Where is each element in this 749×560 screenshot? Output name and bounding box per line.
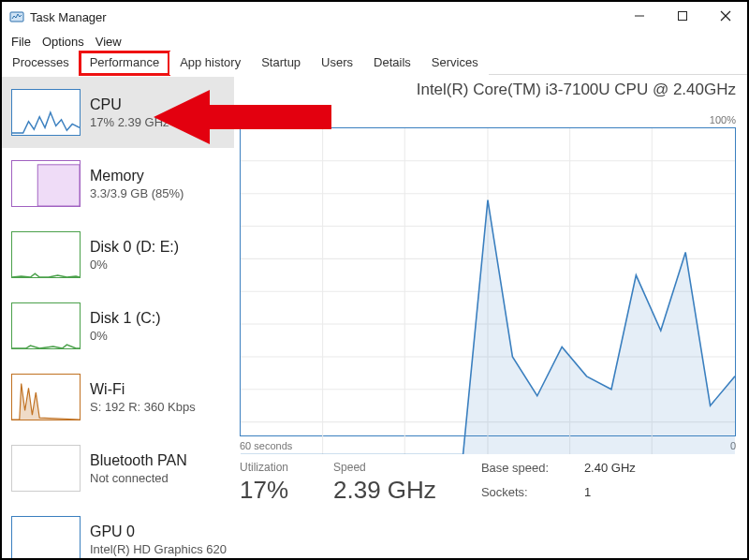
stat-sockets-value: 1: [584, 485, 668, 506]
menu-file[interactable]: File: [6, 34, 37, 50]
memory-thumb: [11, 160, 81, 207]
tab-startup[interactable]: Startup: [251, 52, 311, 75]
menu-view[interactable]: View: [90, 34, 127, 50]
stat-sockets-label: Sockets:: [481, 485, 584, 506]
disk-thumb: [11, 231, 81, 278]
sidebar-item-bluetooth[interactable]: Bluetooth PAN Not connected: [2, 433, 234, 504]
sidebar-item-label: Disk 0 (D: E:): [90, 239, 179, 256]
task-manager-icon: [9, 9, 24, 24]
gpu-thumb: [11, 516, 81, 558]
stat-utilization-value: 17%: [240, 476, 288, 505]
sidebar-item-label: GPU 0: [90, 523, 227, 540]
sidebar-item-gpu0[interactable]: GPU 0 Intel(R) HD Graphics 620: [2, 504, 234, 558]
sidebar-item-sub: Not connected: [90, 471, 187, 485]
svg-rect-5: [37, 165, 80, 206]
window-title: Task Manager: [30, 10, 107, 24]
sidebar-item-sub: 3.3/3.9 GB (85%): [90, 186, 184, 200]
cpu-thumb: [11, 89, 81, 136]
tab-processes[interactable]: Processes: [2, 52, 80, 75]
sidebar-item-cpu[interactable]: CPU 17% 2.39 GHz: [2, 77, 234, 148]
sidebar-item-sub: 17% 2.39 GHz: [90, 115, 169, 129]
sidebar-item-memory[interactable]: Memory 3.3/3.9 GB (85%): [2, 148, 234, 219]
tab-performance[interactable]: Performance: [80, 52, 169, 75]
cpu-model-name: Intel(R) Core(TM) i3-7100U CPU @ 2.40GHz: [417, 81, 736, 99]
menu-bar: File Options View: [2, 32, 747, 51]
close-button[interactable]: [704, 2, 747, 30]
stat-speed-label: Speed: [333, 461, 436, 474]
tab-details[interactable]: Details: [363, 52, 421, 75]
bluetooth-thumb: [11, 445, 81, 492]
sidebar-item-label: Memory: [90, 168, 184, 184]
cpu-usage-graph: [240, 127, 736, 436]
svg-rect-2: [679, 12, 687, 21]
minimize-button[interactable]: [618, 2, 661, 30]
sidebar-item-sub: 0%: [90, 258, 179, 272]
sidebar-item-sub: 0%: [90, 329, 161, 343]
sidebar-item-label: Disk 1 (C:): [90, 310, 161, 327]
stat-speed-value: 2.39 GHz: [333, 476, 436, 505]
tab-users[interactable]: Users: [311, 52, 363, 75]
titlebar[interactable]: Task Manager: [2, 2, 747, 32]
sidebar-item-sub: Intel(R) HD Graphics 620: [90, 542, 227, 556]
stat-basespeed-label: Base speed:: [481, 461, 584, 481]
stat-basespeed-value: 2.40 GHz: [584, 461, 668, 481]
sidebar-item-disk1[interactable]: Disk 1 (C:) 0%: [2, 290, 234, 361]
sidebar-item-wifi[interactable]: Wi-Fi S: 192 R: 360 Kbps: [2, 361, 234, 433]
sidebar-item-label: Wi-Fi: [90, 381, 196, 398]
task-manager-window: Task Manager File Options View Processes…: [0, 0, 749, 560]
tab-app-history[interactable]: App history: [169, 52, 251, 75]
sidebar-item-label: CPU: [90, 96, 169, 113]
tab-strip: Processes Performance App history Startu…: [2, 51, 747, 75]
tab-services[interactable]: Services: [421, 52, 489, 75]
disk-thumb: [11, 302, 81, 349]
sidebar-item-sub: S: 192 R: 360 Kbps: [90, 400, 196, 414]
sidebar-item-label: Bluetooth PAN: [90, 452, 187, 469]
sidebar-item-disk0[interactable]: Disk 0 (D: E:) 0%: [2, 219, 234, 290]
performance-main: Intel(R) Core(TM) i3-7100U CPU @ 2.40GHz…: [234, 77, 747, 558]
maximize-button[interactable]: [661, 2, 704, 30]
graph-ylabel-right: 100%: [710, 114, 736, 125]
graph-ylabel-left: % Utilization: [240, 114, 297, 125]
performance-sidebar: CPU 17% 2.39 GHz Memory 3.3/3.9 GB (85%): [2, 77, 234, 558]
wifi-thumb: [11, 374, 81, 420]
menu-options[interactable]: Options: [37, 34, 90, 50]
stat-utilization-label: Utilization: [240, 461, 288, 474]
